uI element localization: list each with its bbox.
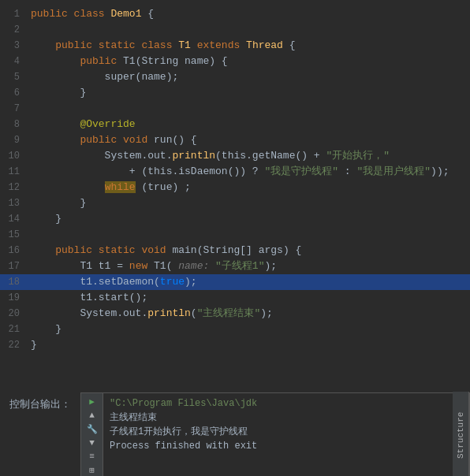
token: } — [31, 339, 37, 351]
line-number-20: 20 — [0, 306, 28, 322]
token: public — [31, 8, 74, 20]
line-number-13: 13 — [0, 195, 28, 211]
line-content-15 — [28, 227, 470, 243]
code-line-11: 11 + (this.isDaemon()) ? "我是守护线程" : "我是用… — [0, 164, 470, 180]
token: class — [141, 39, 178, 51]
bottom-panel: 控制台输出： ▶ ▲ 🔧 ▼ ≡ ⊞ "C:\Program Files\Jav… — [0, 386, 470, 476]
code-line-4: 4 public T1(String name) { — [0, 54, 470, 69]
token: extends — [191, 39, 246, 51]
token: "开始执行，" — [326, 150, 390, 162]
format-button[interactable]: ≡ — [84, 451, 100, 461]
token: ); — [264, 260, 277, 272]
token: { — [283, 39, 296, 51]
token: static — [99, 39, 142, 51]
token: + (this.isDaemon()) ? — [31, 165, 264, 177]
console-panel: ▶ ▲ 🔧 ▼ ≡ ⊞ "C:\Program Files\Java\jdk 主… — [80, 392, 470, 476]
line-number-7: 7 — [0, 101, 28, 117]
console-finished: Process finished with exit — [110, 439, 463, 453]
line-content-6: } — [28, 85, 470, 101]
token: T1 — [178, 39, 191, 51]
token: ); — [185, 276, 197, 288]
token: ( — [191, 307, 197, 319]
line-content-8: @Override — [28, 117, 470, 132]
line-number-19: 19 — [0, 290, 28, 306]
code-line-17: 17 T1 t1 = new T1( name: "子线程1"); — [0, 258, 470, 274]
line-content-20: System.out.println("主线程结束"); — [28, 306, 470, 322]
line-content-4: public T1(String name) { — [28, 54, 470, 69]
token: void — [123, 134, 154, 146]
line-number-18: 18 — [0, 274, 28, 290]
token: } — [31, 87, 86, 99]
token: class — [74, 8, 111, 20]
line-number-17: 17 — [0, 258, 28, 274]
line-content-21: } — [28, 322, 470, 337]
line-content-22: } — [28, 337, 470, 353]
run-button[interactable]: ▶ — [84, 396, 100, 407]
token: main(String[] args) { — [172, 244, 301, 256]
code-line-9: 9 public void run() { — [0, 132, 470, 148]
line-number-3: 3 — [0, 38, 28, 54]
code-line-7: 7 — [0, 101, 470, 117]
token: : — [338, 165, 356, 177]
console-label: 控制台输出： — [0, 392, 80, 411]
line-number-5: 5 — [0, 69, 28, 85]
token: } — [31, 213, 62, 225]
token: } — [31, 323, 62, 335]
line-number-12: 12 — [0, 180, 28, 195]
console-line-1: 主线程结束 — [110, 411, 463, 425]
line-number-11: 11 — [0, 164, 28, 180]
code-line-15: 15 — [0, 227, 470, 243]
line-number-22: 22 — [0, 337, 28, 353]
line-content-11: + (this.isDaemon()) ? "我是守护线程" : "我是用户线程… — [28, 164, 470, 180]
console-content: "C:\Program Files\Java\jdk 主线程结束 子线程1开始执… — [103, 393, 469, 456]
token: T1(String name) { — [123, 55, 228, 67]
line-number-8: 8 — [0, 117, 28, 132]
line-number-6: 6 — [0, 85, 28, 101]
token: t1.setDaemon( — [31, 276, 160, 288]
token: System.out. — [31, 150, 172, 162]
token: (this.getName() + — [215, 150, 326, 162]
token: t1.start(); — [31, 292, 147, 303]
token: Demo1 — [110, 8, 141, 20]
down-button[interactable]: ▼ — [84, 437, 100, 448]
token: run() { — [154, 134, 197, 146]
line-content-2 — [28, 22, 470, 38]
code-line-13: 13 } — [0, 195, 470, 211]
code-editor: 1public class Demo1 {2 3 public static c… — [0, 0, 470, 386]
line-content-3: public static class T1 extends Thread { — [28, 38, 470, 54]
code-line-8: 8 @Override — [0, 117, 470, 132]
code-line-22: 22} — [0, 337, 470, 353]
token: } — [31, 197, 86, 209]
token: while — [105, 181, 136, 193]
token: public — [31, 244, 99, 256]
console-line-2: 子线程1开始执行，我是守护线程 — [110, 425, 463, 439]
token: println — [172, 150, 215, 162]
code-line-21: 21 } — [0, 322, 470, 337]
code-line-6: 6 } — [0, 85, 470, 101]
code-line-14: 14 } — [0, 211, 470, 227]
token: "我是用户线程" — [356, 165, 431, 177]
code-line-12: 12 while (true) ; — [0, 180, 470, 195]
line-content-18: t1.setDaemon(true); — [28, 274, 470, 290]
token: T1 t1 = — [31, 260, 129, 272]
line-content-17: T1 t1 = new T1( name: "子线程1"); — [28, 258, 470, 274]
structure-tab[interactable]: Structure — [453, 392, 469, 476]
token: "子线程1" — [215, 260, 264, 272]
console-toolbar: ▶ ▲ 🔧 ▼ ≡ ⊞ — [81, 393, 103, 476]
token: "我是守护线程" — [264, 165, 338, 177]
token: Thread — [246, 39, 283, 51]
up-button[interactable]: ▲ — [84, 410, 100, 420]
line-content-7 — [28, 101, 470, 117]
line-content-12: while (true) ; — [28, 180, 470, 195]
line-number-16: 16 — [0, 243, 28, 258]
line-content-16: public static void main(String[] args) { — [28, 243, 470, 258]
line-content-19: t1.start(); — [28, 290, 470, 306]
line-number-1: 1 — [0, 6, 28, 22]
line-number-21: 21 — [0, 322, 28, 337]
token: T1( — [154, 260, 172, 272]
settings-button[interactable]: 🔧 — [84, 424, 100, 434]
format2-button[interactable]: ⊞ — [84, 465, 100, 475]
token: super(name); — [31, 71, 178, 83]
line-number-4: 4 — [0, 54, 28, 69]
code-line-5: 5 super(name); — [0, 69, 470, 85]
